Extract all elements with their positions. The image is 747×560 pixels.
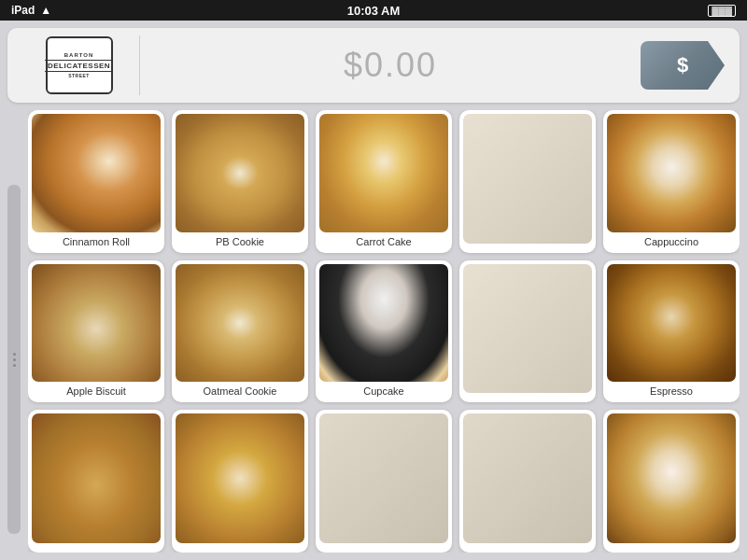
product-label-carrot-cake: Carrot Cake [319,236,448,247]
product-label-oatmeal-cookie: Oatmeal Cookie [176,385,304,397]
product-item-oatmeal-cookie[interactable]: Oatmeal Cookie [172,260,308,403]
battery-icon: ▓▓▓ [708,5,736,17]
handle-dot [13,364,16,367]
product-image-carrot-cake [319,114,448,232]
logo: BARTON DELICATESSEN STREET [46,36,113,94]
product-item-empty-3[interactable] [316,410,452,553]
checkout-dollar-icon: $ [677,53,688,77]
product-image-apple-biscuit [32,264,161,383]
handle-dot [13,353,16,356]
product-item-latte[interactable] [603,410,740,553]
product-item-pastry[interactable] [28,410,164,553]
product-image-espresso [607,264,736,383]
status-bar-right: ▓▓▓ [708,5,736,17]
logo-text-top: BARTON [64,52,94,59]
wifi-icon: ▲ [40,4,51,17]
product-item-empty-4[interactable] [459,410,596,553]
product-image-cinnamon-roll [32,114,161,232]
device-label: iPad [11,4,35,17]
product-label-cappuccino: Cappuccino [607,236,736,247]
product-item-espresso[interactable]: Espresso [603,260,740,403]
product-image-pb-cookie [176,114,304,232]
logo-text-bottom: STREET [68,73,90,78]
product-item-carrot-cake[interactable]: Carrot Cake [316,110,452,253]
handle-dot [13,358,16,361]
product-image-empty-4 [463,413,592,543]
main-content: BARTON DELICATESSEN STREET $0.00 $ Cinna… [0,21,747,560]
handle-dots [13,353,16,367]
product-item-pb-cookie[interactable]: PB Cookie [172,110,308,253]
product-image-cookies2 [176,413,304,543]
product-item-empty-2[interactable] [459,260,596,403]
product-label-apple-biscuit: Apple Biscuit [32,385,161,397]
status-bar-time: 10:03 AM [347,4,401,18]
product-label-espresso: Espresso [607,385,736,397]
product-image-empty-1 [463,114,592,244]
side-handle [7,185,21,534]
logo-text-main: DELICATESSEN [45,60,113,73]
product-label-cinnamon-roll: Cinnamon Roll [32,236,161,247]
product-label-pb-cookie: PB Cookie [176,236,304,247]
product-image-pastry [32,413,161,543]
product-grid: Cinnamon RollPB CookieCarrot CakeCappucc… [28,110,740,553]
status-bar-left: iPad ▲ [11,4,51,17]
product-image-empty-2 [463,264,592,394]
product-image-latte [607,413,736,543]
product-image-empty-3 [319,413,448,543]
status-bar: iPad ▲ 10:03 AM ▓▓▓ [0,0,747,21]
price-display: $0.00 [140,46,641,85]
product-label-cupcake: Cupcake [319,385,448,397]
product-item-empty-1[interactable] [459,110,596,253]
product-image-cappuccino [607,114,736,232]
checkout-button[interactable]: $ [641,41,725,90]
product-image-oatmeal-cookie [176,264,304,383]
product-item-apple-biscuit[interactable]: Apple Biscuit [28,260,164,403]
product-item-cappuccino[interactable]: Cappuccino [603,110,740,253]
product-grid-wrapper: Cinnamon RollPB CookieCarrot CakeCappucc… [7,110,740,553]
toolbar: BARTON DELICATESSEN STREET $0.00 $ [7,28,740,103]
product-item-cupcake[interactable]: Cupcake [316,260,452,403]
product-item-cookies2[interactable] [172,410,308,553]
product-image-cupcake [319,264,448,383]
logo-container: BARTON DELICATESSEN STREET [19,35,140,95]
product-item-cinnamon-roll[interactable]: Cinnamon Roll [28,110,164,253]
